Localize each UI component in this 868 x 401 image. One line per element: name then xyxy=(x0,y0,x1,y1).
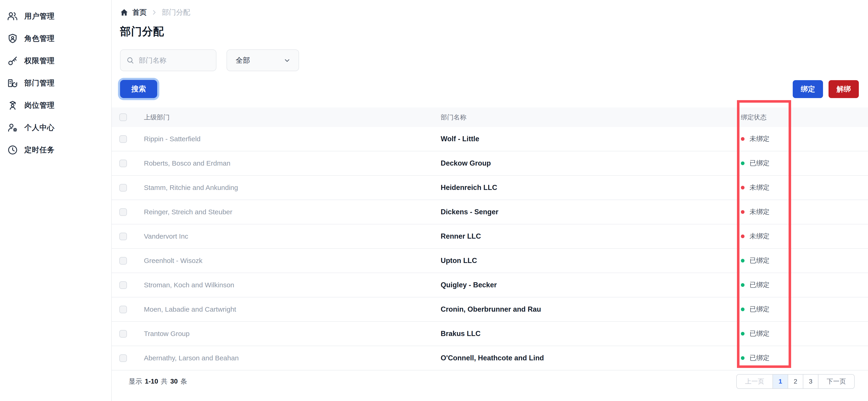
sidebar-item-department-management[interactable]: 部门管理 xyxy=(0,72,111,94)
bulk-actions: 绑定 解绑 xyxy=(793,80,859,98)
parent-department-cell: Abernathy, Larson and Beahan xyxy=(135,354,441,362)
search-input[interactable] xyxy=(139,57,210,64)
breadcrumb-current: 部门分配 xyxy=(162,7,190,17)
sidebar-item-label: 岗位管理 xyxy=(24,101,55,111)
row-checkbox[interactable] xyxy=(119,281,127,289)
sidebar-item-role-management[interactable]: 角色管理 xyxy=(0,27,111,50)
status-dot-icon xyxy=(741,186,745,190)
home-icon[interactable] xyxy=(120,8,128,17)
row-checkbox[interactable] xyxy=(119,208,127,216)
table-row[interactable]: Abernathy, Larson and Beahan O'Connell, … xyxy=(112,346,868,370)
status-label: 已绑定 xyxy=(750,256,770,265)
parent-department-cell: Stamm, Ritchie and Ankunding xyxy=(135,184,441,192)
sidebar-item-label: 用户管理 xyxy=(24,11,55,21)
department-name-cell: O'Connell, Heathcote and Lind xyxy=(441,354,741,362)
parent-department-cell: Roberts, Bosco and Erdman xyxy=(135,160,441,167)
binding-status-cell: 未绑定 xyxy=(741,183,868,192)
row-checkbox[interactable] xyxy=(119,354,127,362)
search-icon xyxy=(126,57,134,64)
table-row[interactable]: Greenholt - Wisozk Upton LLC 已绑定 xyxy=(112,249,868,273)
table-row[interactable]: Moen, Labadie and Cartwright Cronin, Obe… xyxy=(112,297,868,322)
table-row[interactable]: Reinger, Streich and Steuber Dickens - S… xyxy=(112,200,868,224)
status-dot-icon xyxy=(741,234,745,238)
table-row[interactable]: Trantow Group Brakus LLC 已绑定 xyxy=(112,322,868,346)
breadcrumb-home[interactable]: 首页 xyxy=(132,7,147,17)
summary-prefix: 显示 xyxy=(129,377,142,386)
table-header-row: 上级部门 部门名称 绑定状态 xyxy=(112,108,868,127)
status-dot-icon xyxy=(741,356,745,360)
table-row[interactable]: Stroman, Koch and Wilkinson Quigley - Be… xyxy=(112,273,868,297)
breadcrumb: 首页 部门分配 xyxy=(112,7,868,18)
next-page-button[interactable]: 下一页 xyxy=(818,375,854,389)
page-button-3[interactable]: 3 xyxy=(803,375,818,389)
row-checkbox[interactable] xyxy=(119,257,127,264)
position-icon xyxy=(7,100,18,111)
status-label: 已绑定 xyxy=(750,280,770,290)
column-header-name: 部门名称 xyxy=(441,113,741,122)
binding-status-cell: 已绑定 xyxy=(741,159,868,168)
table-row[interactable]: Stamm, Ritchie and Ankunding Heidenreich… xyxy=(112,176,868,200)
sidebar-item-user-management[interactable]: 用户管理 xyxy=(0,5,111,27)
page-button-2[interactable]: 2 xyxy=(788,375,803,389)
status-filter-select[interactable]: 全部 xyxy=(226,49,299,71)
sidebar-item-position-management[interactable]: 岗位管理 xyxy=(0,94,111,116)
sidebar-item-label: 角色管理 xyxy=(24,33,55,44)
status-label: 已绑定 xyxy=(750,353,770,363)
search-button[interactable]: 搜索 xyxy=(120,80,157,98)
row-checkbox[interactable] xyxy=(119,135,127,143)
parent-department-cell: Reinger, Streich and Steuber xyxy=(135,208,441,216)
filter-bar: 全部 xyxy=(112,49,868,71)
binding-status-cell: 已绑定 xyxy=(741,305,868,314)
binding-status-cell: 未绑定 xyxy=(741,232,868,241)
sidebar: 用户管理 角色管理 权限管理 xyxy=(0,0,112,401)
department-name-cell: Cronin, Oberbrunner and Rau xyxy=(441,305,741,314)
row-checkbox[interactable] xyxy=(119,233,127,240)
sidebar-item-label: 权限管理 xyxy=(24,56,55,66)
department-name-cell: Wolf - Little xyxy=(441,135,741,143)
key-icon xyxy=(7,56,18,66)
status-dot-icon xyxy=(741,210,745,214)
column-header-status: 绑定状态 xyxy=(741,113,868,122)
table-row[interactable]: Vandervort Inc Renner LLC 未绑定 xyxy=(112,224,868,249)
binding-status-cell: 未绑定 xyxy=(741,134,868,144)
page-button-1[interactable]: 1 xyxy=(773,375,788,389)
binding-status-cell: 未绑定 xyxy=(741,207,868,217)
binding-status-cell: 已绑定 xyxy=(741,280,868,290)
row-checkbox[interactable] xyxy=(119,184,127,192)
departments-table: 上级部门 部门名称 绑定状态 Rippin - Satterfield Wolf… xyxy=(112,108,868,370)
summary-range: 1-10 xyxy=(145,378,158,385)
select-value: 全部 xyxy=(236,56,250,65)
table-body: Rippin - Satterfield Wolf - Little 未绑定 R… xyxy=(112,127,868,370)
status-label: 未绑定 xyxy=(750,183,770,192)
unbind-button[interactable]: 解绑 xyxy=(829,80,859,98)
department-search-field[interactable] xyxy=(120,49,216,71)
status-dot-icon xyxy=(741,283,745,287)
row-checkbox[interactable] xyxy=(119,330,127,338)
bind-button[interactable]: 绑定 xyxy=(793,80,823,98)
department-name-cell: Quigley - Becker xyxy=(441,281,741,289)
status-dot-icon xyxy=(741,332,745,336)
sidebar-item-scheduled-tasks[interactable]: 定时任务 xyxy=(0,139,111,161)
status-label: 已绑定 xyxy=(750,159,770,168)
table-row[interactable]: Roberts, Bosco and Erdman Deckow Group 已… xyxy=(112,151,868,176)
summary-total: 30 xyxy=(170,378,178,385)
chevron-down-icon xyxy=(283,57,291,64)
table-row[interactable]: Rippin - Satterfield Wolf - Little 未绑定 xyxy=(112,127,868,151)
department-name-cell: Heidenreich LLC xyxy=(441,183,741,192)
binding-status-cell: 已绑定 xyxy=(741,256,868,265)
summary-suffix: 条 xyxy=(180,377,187,386)
status-dot-icon xyxy=(741,137,745,141)
row-checkbox[interactable] xyxy=(119,306,127,313)
shield-user-icon xyxy=(7,33,18,44)
prev-page-button[interactable]: 上一页 xyxy=(737,375,773,389)
status-label: 已绑定 xyxy=(750,305,770,314)
sidebar-item-label: 定时任务 xyxy=(24,145,55,155)
sidebar-item-permission-management[interactable]: 权限管理 xyxy=(0,50,111,72)
sidebar-item-personal-center[interactable]: 个人中心 xyxy=(0,116,111,139)
select-all-checkbox[interactable] xyxy=(119,113,127,121)
row-checkbox[interactable] xyxy=(119,160,127,167)
status-dot-icon xyxy=(741,162,745,165)
department-name-cell: Upton LLC xyxy=(441,257,741,265)
main-content: 首页 部门分配 部门分配 全部 搜索 绑定 解绑 xyxy=(112,0,868,401)
status-label: 已绑定 xyxy=(750,329,770,338)
